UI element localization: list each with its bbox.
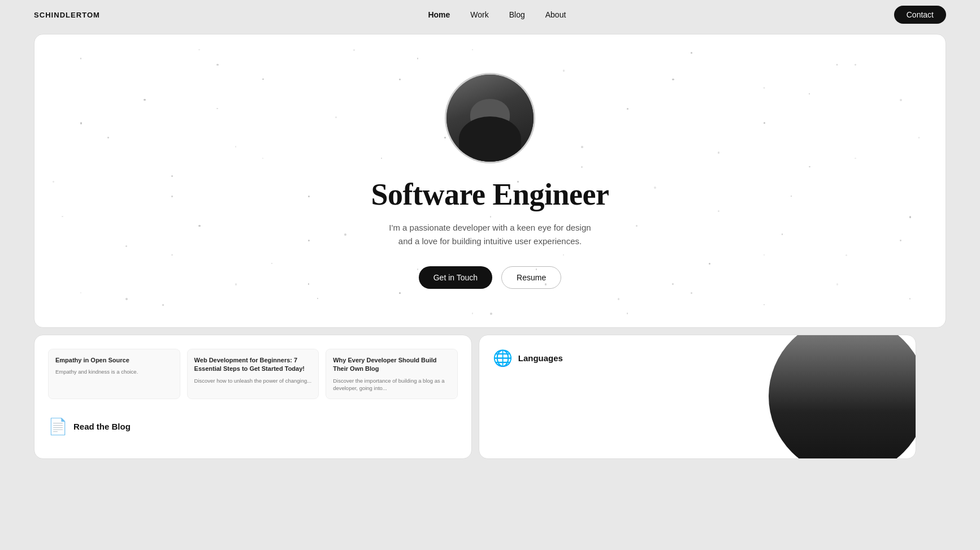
dot: [125, 298, 128, 300]
nav-item-home[interactable]: Home: [428, 10, 450, 20]
dot: [836, 64, 838, 66]
dot: [317, 298, 318, 299]
dot: [909, 298, 911, 300]
blog-post-title-1: Empathy in Open Source: [55, 356, 173, 365]
dot: [344, 233, 346, 236]
navbar: SCHINDLERTOM Home Work Blog About Contac…: [0, 0, 980, 29]
dot: [472, 49, 473, 50]
dot: [718, 210, 719, 212]
blog-post-item-2[interactable]: Web Development for Beginners: 7 Essenti…: [187, 349, 319, 399]
blog-post-desc-3: Discover the importance of building a bl…: [333, 377, 450, 392]
dot: [900, 240, 901, 241]
dot: [627, 313, 628, 314]
dot: [308, 240, 310, 242]
dot: [563, 70, 565, 72]
nav-link-work[interactable]: Work: [470, 10, 488, 19]
blog-post-desc-1: Empathy and kindness is a choice.: [55, 368, 173, 375]
hero-content: Software Engineer I'm a passionate devel…: [371, 73, 609, 289]
site-logo: SCHINDLERTOM: [34, 11, 100, 19]
dot: [946, 181, 946, 183]
dot: [125, 245, 127, 247]
dot: [198, 225, 201, 227]
dot: [782, 233, 783, 235]
blog-post-desc-2: Discover how to unleash the power of cha…: [194, 377, 312, 384]
dot: [216, 64, 218, 66]
dot: [709, 263, 710, 265]
dot: [399, 292, 401, 294]
avatar-image: [446, 75, 534, 162]
dot: [764, 87, 765, 88]
dot: [490, 313, 492, 315]
dot: [900, 99, 902, 101]
dot: [308, 283, 310, 285]
dot: [235, 283, 237, 285]
bottom-section: Empathy in Open Source Empathy and kindn…: [34, 335, 946, 459]
blog-label: Read the Blog: [73, 422, 131, 431]
dot: [216, 108, 218, 110]
nav-link-blog[interactable]: Blog: [509, 10, 525, 19]
blog-post-item-1[interactable]: Empathy in Open Source Empathy and kindn…: [48, 349, 180, 399]
get-in-touch-button[interactable]: Get in Touch: [419, 266, 492, 289]
blog-card-footer: 📄 Read the Blog: [48, 410, 458, 436]
dot: [171, 175, 174, 177]
hero-card: Software Engineer I'm a passionate devel…: [34, 34, 946, 328]
dot: [809, 166, 810, 167]
dot: [162, 304, 164, 306]
resume-button[interactable]: Resume: [501, 266, 561, 289]
dot: [417, 58, 418, 59]
dot: [672, 283, 674, 285]
blog-post-title-2: Web Development for Beginners: 7 Essenti…: [194, 356, 312, 374]
dot: [691, 52, 692, 54]
dot: [909, 216, 911, 218]
nav-link-home[interactable]: Home: [428, 10, 450, 19]
globe-icon: 🌐: [493, 349, 513, 367]
dot: [53, 181, 54, 183]
dot: [691, 292, 692, 294]
dot: [171, 196, 173, 197]
hero-subtitle: I'm a passionate developer with a keen e…: [383, 221, 597, 248]
dot: [809, 93, 810, 94]
semicircle-decoration: [769, 335, 916, 459]
languages-card: 🌐 Languages: [479, 335, 917, 459]
dot: [308, 196, 310, 197]
blog-post-title-3: Why Every Developer Should Build Their O…: [333, 356, 450, 374]
contact-button[interactable]: Contact: [894, 6, 946, 24]
nav-links: Home Work Blog About: [428, 10, 566, 20]
dot: [764, 304, 765, 305]
nav-link-about[interactable]: About: [545, 10, 566, 19]
blog-post-item-3[interactable]: Why Every Developer Should Build Their O…: [326, 349, 458, 399]
nav-item-blog[interactable]: Blog: [509, 10, 525, 20]
dot: [627, 108, 628, 110]
dot: [198, 49, 200, 50]
dot: [472, 313, 474, 314]
dot: [144, 99, 145, 101]
dot: [107, 137, 109, 138]
dot: [836, 283, 839, 285]
dot: [672, 79, 674, 81]
nav-item-work[interactable]: Work: [470, 10, 488, 20]
dot: [855, 64, 856, 66]
nav-item-about[interactable]: About: [545, 10, 566, 20]
dot: [855, 158, 856, 159]
dot: [353, 49, 355, 51]
blog-card: Empathy in Open Source Empathy and kindn…: [34, 335, 472, 459]
dot: [262, 158, 263, 159]
dot: [80, 122, 82, 124]
semicircle-shape: [769, 335, 916, 459]
dot: [618, 298, 620, 300]
languages-label: Languages: [518, 353, 563, 363]
dot: [62, 216, 63, 217]
blog-posts-grid: Empathy in Open Source Empathy and kindn…: [48, 349, 458, 399]
dot: [764, 254, 765, 255]
dot: [335, 116, 337, 118]
avatar: [445, 73, 535, 163]
dot: [80, 292, 81, 293]
dot: [80, 58, 81, 59]
dot: [271, 263, 272, 264]
dot: [918, 137, 920, 138]
hero-title: Software Engineer: [371, 177, 609, 212]
dot: [654, 187, 656, 189]
dot: [636, 225, 638, 227]
dot: [791, 196, 792, 197]
blog-icon: 📄: [48, 417, 68, 436]
